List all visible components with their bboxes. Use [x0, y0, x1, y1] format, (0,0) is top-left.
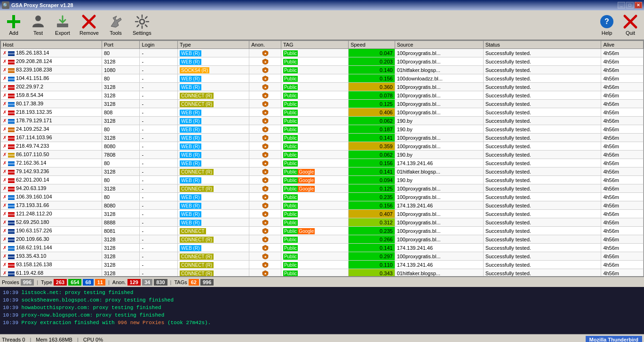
cell-status: Successfully tested.	[483, 117, 601, 125]
col-header-alive[interactable]: Alive	[601, 41, 644, 49]
add-button[interactable]: Add	[2, 12, 25, 38]
table-row[interactable]: ✗ 80.17.38.39 3128 - CONNECT (R) ★ Publi…	[1, 100, 644, 108]
tags-value-2: 996	[200, 279, 214, 286]
log-line: 10:39 socks5heaven.blogspot.com: proxy t…	[3, 296, 641, 304]
table-row[interactable]: ✗ 62.201.200.14 80 - WEB (R) ★ PublicGoo…	[1, 176, 644, 184]
table-row[interactable]: ✗ 200.109.66.30 3128 - CONNECT (R) ★ Pub…	[1, 235, 644, 244]
cell-host: ✗ 185.26.183.14	[1, 49, 102, 57]
table-row[interactable]: ✗ 190.63.157.226 8081 - CONNECT ★ Public…	[1, 227, 644, 235]
help-label: Help	[602, 30, 612, 36]
cell-type: CONNECT (R)	[178, 252, 249, 261]
minimize-button[interactable]: _	[618, 2, 625, 8]
cell-host: ✗ 178.79.129.171	[1, 117, 102, 125]
table-row[interactable]: ✗ 193.35.43.10 3128 - CONNECT (R) ★ Publ…	[1, 252, 644, 261]
col-header-login[interactable]: Login	[140, 41, 178, 49]
table-row[interactable]: ✗ 167.114.103.96 3128 - WEB (R) ★ Public…	[1, 134, 644, 142]
status-bar: Proxies 996 | Type 263 654 68 11 | Anon.…	[0, 277, 644, 287]
maximize-button[interactable]: □	[626, 2, 634, 8]
col-header-source[interactable]: Source	[395, 41, 483, 49]
table-row[interactable]: ✗ 159.8.54.34 3128 - CONNECT (R) ★ Publi…	[1, 91, 644, 100]
cell-tag: PublicGoogle	[281, 184, 348, 193]
svg-rect-76	[8, 239, 15, 241]
cell-alive: 4h56m	[601, 159, 644, 167]
table-row[interactable]: ✗ 93.158.126.138 3128 - CONNECT (R) ★ Pu…	[1, 261, 644, 269]
table-row[interactable]: ✗ 218.49.74.233 8080 - WEB (R) ★ Public …	[1, 142, 644, 151]
col-header-speed[interactable]: Speed	[349, 41, 395, 49]
col-header-tag[interactable]: TAG	[281, 41, 348, 49]
table-row[interactable]: ✗ 83.239.108.238 1080 - SOCKS4 (R) ★ Pub…	[1, 66, 644, 74]
cell-login: -	[140, 91, 178, 100]
settings-button[interactable]: Settings	[128, 12, 156, 38]
table-row[interactable]: ✗ 94.20.63.139 3128 - CONNECT (R) ★ Publ…	[1, 184, 644, 193]
svg-rect-46	[8, 154, 15, 156]
log-area: 10:39 listsock.net: proxy testing finish…	[0, 287, 644, 334]
svg-text:★: ★	[264, 230, 267, 233]
table-row[interactable]: ✗ 72.162.36.14 80 - WEB (R) ★ Public 0.1…	[1, 159, 644, 167]
close-button[interactable]: ✕	[635, 2, 642, 8]
cell-port: 3128	[102, 117, 140, 125]
svg-point-2	[35, 16, 41, 21]
cell-anon: ★	[249, 261, 281, 269]
taskbar-item[interactable]: Mozilla Thunderbird	[586, 336, 643, 342]
svg-rect-13	[8, 61, 15, 63]
window-controls[interactable]: _ □ ✕	[618, 2, 642, 8]
table-row[interactable]: ✗ 202.29.97.2 3128 - WEB (R) ★ Public 0.…	[1, 83, 644, 91]
export-button[interactable]: Export	[51, 12, 74, 38]
quit-button[interactable]: Quit	[619, 12, 642, 38]
svg-text:★: ★	[264, 170, 267, 174]
cell-speed: 0.407	[349, 210, 395, 218]
table-row[interactable]: ✗ 121.248.112.20 3128 - WEB (R) ★ Public…	[1, 210, 644, 218]
cell-source: 100proxygratis.bl...	[395, 91, 483, 100]
col-header-host[interactable]: Host	[1, 41, 102, 49]
cell-speed: 0.235	[349, 193, 395, 201]
anon-label: Anon.	[112, 279, 126, 285]
svg-rect-49	[8, 163, 15, 165]
col-header-anon[interactable]: Anon.	[249, 41, 281, 49]
tools-button[interactable]: Tools	[104, 12, 127, 38]
table-row[interactable]: ✗ 168.62.191.144 3128 - WEB (R) ★ Public…	[1, 244, 644, 252]
col-header-status[interactable]: Status	[483, 41, 601, 49]
cell-host: ✗ 159.8.54.34	[1, 91, 102, 100]
cell-host: ✗ 80.17.38.39	[1, 100, 102, 108]
table-row[interactable]: ✗ 106.39.160.104 80 - WEB (R) ★ Public 0…	[1, 193, 644, 201]
test-button[interactable]: Test	[26, 12, 50, 38]
table-row[interactable]: ✗ 79.142.93.236 3128 - CONNECT (R) ★ Pub…	[1, 167, 644, 176]
cell-source: 190.by	[395, 117, 483, 125]
help-button[interactable]: ? Help	[595, 12, 619, 38]
cell-tag: Public	[281, 91, 348, 100]
cell-port: 3128	[102, 134, 140, 142]
table-row[interactable]: ✗ 185.26.183.14 80 - WEB (R) ★ Public 0.…	[1, 49, 644, 57]
cell-login: -	[140, 201, 178, 210]
cell-status: Successfully tested.	[483, 134, 601, 142]
svg-text:★: ★	[264, 119, 267, 123]
cell-host: ✗ 52.69.250.180	[1, 218, 102, 227]
table-row[interactable]: ✗ 86.107.110.50 7808 - WEB (R) ★ Public …	[1, 151, 644, 159]
table-row[interactable]: ✗ 104.41.151.86 80 - WEB (R) ★ Public 0.…	[1, 74, 644, 83]
table-row[interactable]: ✗ 178.79.129.171 3128 - WEB (R) ★ Public…	[1, 117, 644, 125]
title-bar: 🔍 GSA Proxy Scraper v1.28 _ □ ✕	[0, 0, 644, 10]
table-row[interactable]: ✗ 218.193.132.35 808 - WEB (R) ★ Public …	[1, 108, 644, 117]
col-header-type[interactable]: Type	[178, 41, 249, 49]
cell-type: SOCKS4 (R)	[178, 66, 249, 74]
remove-button[interactable]: Remove	[75, 12, 103, 38]
col-header-port[interactable]: Port	[102, 41, 140, 49]
proxies-label: Proxies	[2, 279, 19, 285]
cell-port: 80	[102, 74, 140, 83]
table-row[interactable]: ✗ 61.19.42.68 3128 - CONNECT (R) ★ Publi…	[1, 269, 644, 277]
table-row[interactable]: ✗ 173.193.31.66 8080 - WEB (R) ★ Public …	[1, 201, 644, 210]
cell-speed: 0.078	[349, 91, 395, 100]
cell-type: WEB (R)	[178, 193, 249, 201]
svg-text:★: ★	[264, 213, 267, 216]
cell-source: 01hitfaker.blogsp...	[395, 167, 483, 176]
cell-anon: ★	[249, 117, 281, 125]
table-row[interactable]: ✗ 209.208.28.124 3128 - WEB (R) ★ Public…	[1, 57, 644, 66]
anon-value-1: 129	[127, 279, 141, 286]
table-row[interactable]: ✗ 52.69.250.180 8888 - WEB (R) ★ Public …	[1, 218, 644, 227]
cell-type: WEB (R)	[178, 125, 249, 134]
svg-rect-73	[8, 231, 15, 232]
table-row[interactable]: ✗ 24.109.252.34 80 - WEB (R) ★ Public 0.…	[1, 125, 644, 134]
log-line: 10:39 listsock.net: proxy testing finish…	[3, 289, 641, 296]
export-label: Export	[55, 30, 70, 36]
cell-speed: 0.406	[349, 108, 395, 117]
cell-source: 100proxygratis.bl...	[395, 83, 483, 91]
